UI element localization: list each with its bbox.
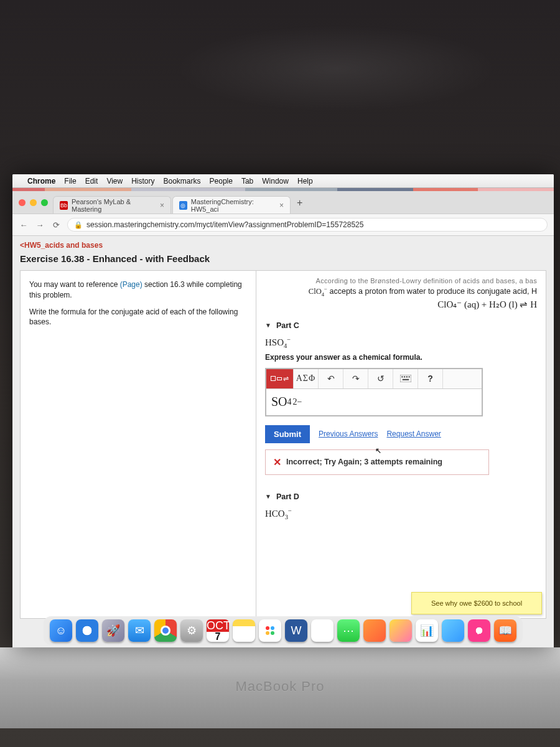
- nav-back-icon[interactable]: ←: [19, 220, 29, 230]
- dock-app-icon[interactable]: 📊: [416, 619, 438, 642]
- menubar-view[interactable]: View: [106, 177, 123, 186]
- address-text: session.masteringchemistry.com/myct/item…: [86, 220, 363, 229]
- menubar-edit[interactable]: Edit: [85, 177, 98, 186]
- lock-icon: 🔒: [74, 221, 83, 229]
- request-answer-link[interactable]: Request Answer: [386, 430, 441, 438]
- dock-ibooks-icon[interactable]: 📖: [494, 619, 516, 642]
- tab-close-icon[interactable]: ×: [160, 201, 164, 210]
- new-tab-button[interactable]: +: [292, 197, 307, 209]
- address-bar[interactable]: 🔒 session.masteringchemistry.com/myct/it…: [67, 218, 548, 232]
- exercise-title: Exercise 16.38 - Enhanced - with Feedbac…: [12, 252, 554, 270]
- redo-icon[interactable]: ↷: [343, 369, 368, 388]
- window-fullscreen-button[interactable]: [41, 199, 48, 206]
- part-c-header[interactable]: ▼ Part C: [265, 321, 537, 330]
- dock-finder-icon[interactable]: ☺: [50, 619, 72, 642]
- dock-reminders-icon[interactable]: [259, 619, 281, 642]
- truncated-hint-text: According to the Brønsted-Lowry definiti…: [265, 277, 537, 284]
- help-button[interactable]: ?: [418, 369, 443, 388]
- tab-favicon-pearson: Bb: [60, 201, 68, 210]
- part-d-header[interactable]: ▼ Part D: [265, 492, 537, 501]
- sticky-note[interactable]: See why owe $2600 to school: [411, 592, 542, 614]
- svg-rect-4: [408, 376, 409, 377]
- previous-answers-link[interactable]: Previous Answers: [319, 430, 378, 438]
- dock-word-icon[interactable]: W: [285, 619, 307, 642]
- laptop-model-label: MacBook Pro: [235, 679, 324, 695]
- window-close-button[interactable]: [19, 199, 26, 206]
- problem-statement: Write the formula for the conjugate acid…: [29, 307, 247, 328]
- menubar-file[interactable]: File: [64, 177, 76, 186]
- feedback-text: Incorrect; Try Again; 3 attempts remaini…: [286, 458, 442, 466]
- menubar-help[interactable]: Help: [297, 177, 313, 186]
- dock-mail-icon[interactable]: ✉: [128, 619, 151, 642]
- menubar-app-name[interactable]: Chrome: [27, 177, 55, 186]
- submit-button[interactable]: Submit: [265, 425, 310, 443]
- dock-app-icon[interactable]: [363, 619, 386, 642]
- window-minimize-button[interactable]: [30, 199, 37, 206]
- dock-messages-icon[interactable]: ⋯: [337, 619, 360, 642]
- dock-chrome-icon[interactable]: [154, 619, 177, 642]
- macos-menubar: Chrome File Edit View History Bookmarks …: [12, 174, 554, 188]
- greek-symbols-button[interactable]: ΑΣΦ: [294, 369, 319, 388]
- browser-toolbar: ← → ⟳ 🔒 session.masteringchemistry.com/m…: [12, 214, 554, 236]
- svg-rect-1: [401, 376, 403, 377]
- browser-tab-mastering[interactable]: ◎ MasteringChemistry: HW5_aci ×: [172, 196, 291, 214]
- window-traffic-lights: [17, 199, 53, 210]
- menubar-tab[interactable]: Tab: [241, 177, 253, 186]
- calendar-day: 7: [215, 632, 221, 642]
- tab-label: Pearson's MyLab & Mastering: [72, 198, 156, 213]
- problem-intro-panel: You may want to reference (Page) section…: [20, 270, 256, 619]
- dock-calendar-icon[interactable]: OCT 7: [207, 619, 229, 642]
- collapse-triangle-icon[interactable]: ▼: [265, 493, 271, 500]
- calendar-month: OCT: [207, 619, 229, 632]
- formula-toolbar: ⇌ ΑΣΦ ↶ ↷ ↺ ?: [266, 369, 482, 389]
- dock-app-icon[interactable]: [442, 619, 464, 642]
- keyboard-icon[interactable]: [393, 369, 418, 388]
- answer-panel: According to the Brønsted-Lowry definiti…: [256, 270, 546, 619]
- incorrect-x-icon: ✕: [273, 456, 281, 468]
- part-title: Part D: [276, 492, 299, 501]
- desktop-wallpaper-strip: [12, 188, 554, 191]
- menubar-window[interactable]: Window: [262, 177, 289, 186]
- browser-tabstrip: Bb Pearson's MyLab & Mastering × ◎ Maste…: [12, 191, 554, 214]
- part-c-species: HSO4−: [265, 336, 537, 349]
- svg-rect-3: [406, 376, 407, 377]
- browser-tab-pearson[interactable]: Bb Pearson's MyLab & Mastering ×: [53, 196, 171, 214]
- svg-rect-0: [400, 375, 411, 382]
- menubar-people[interactable]: People: [210, 177, 233, 186]
- dock-launchpad-icon[interactable]: 🚀: [102, 619, 124, 642]
- part-d-species: HCO3−: [265, 507, 537, 520]
- macos-dock: ☺ 🚀 ✉ ⚙ OCT 7 W ✿ ⋯ 📊 ♪ 📖: [44, 616, 523, 645]
- breadcrumb-back-link[interactable]: <HW5_acids and bases: [12, 236, 554, 252]
- dock-app-icon[interactable]: [390, 619, 412, 642]
- tab-favicon-mastering: ◎: [179, 201, 187, 210]
- equation-display: ClO₄⁻ (aq) + H₂O (l) ⇌ H: [265, 299, 537, 310]
- mouse-cursor-icon: ↖: [375, 446, 381, 455]
- menubar-history[interactable]: History: [131, 177, 154, 186]
- feedback-box: ✕ Incorrect; Try Again; 3 attempts remai…: [265, 449, 489, 475]
- browser-chrome: Bb Pearson's MyLab & Mastering × ◎ Maste…: [12, 191, 554, 236]
- tab-label: MasteringChemistry: HW5_aci: [191, 198, 276, 213]
- tab-close-icon[interactable]: ×: [279, 201, 284, 210]
- formula-input[interactable]: SO42−: [266, 389, 482, 415]
- dock-settings-icon[interactable]: ⚙: [180, 619, 203, 642]
- dock-itunes-icon[interactable]: ♪: [468, 619, 490, 642]
- nav-forward-icon[interactable]: →: [35, 220, 45, 230]
- dock-notes-icon[interactable]: [233, 619, 255, 642]
- formula-editor: ⇌ ΑΣΦ ↶ ↷ ↺ ? SO42−: [265, 368, 483, 416]
- undo-icon[interactable]: ↶: [319, 369, 343, 388]
- collapse-triangle-icon[interactable]: ▼: [265, 322, 271, 329]
- dock-photos-icon[interactable]: ✿: [311, 619, 334, 642]
- svg-rect-5: [402, 379, 409, 380]
- reset-icon[interactable]: ↺: [368, 369, 393, 388]
- intro-text: You may want to reference: [29, 280, 120, 289]
- menubar-bookmarks[interactable]: Bookmarks: [164, 177, 201, 186]
- svg-rect-2: [404, 376, 405, 377]
- dock-safari-icon[interactable]: [76, 619, 98, 642]
- preamble-text: ClO4− accepts a proton from water to pro…: [265, 286, 537, 298]
- laptop-screen: Chrome File Edit View History Bookmarks …: [12, 174, 554, 647]
- nav-reload-icon[interactable]: ⟳: [51, 220, 61, 230]
- reference-page-link[interactable]: (Page): [120, 280, 142, 289]
- part-c-instruction: Express your answer as a chemical formul…: [265, 353, 537, 362]
- page-content: <HW5_acids and bases Exercise 16.38 - En…: [12, 236, 554, 647]
- template-tool-button[interactable]: ⇌: [266, 369, 294, 388]
